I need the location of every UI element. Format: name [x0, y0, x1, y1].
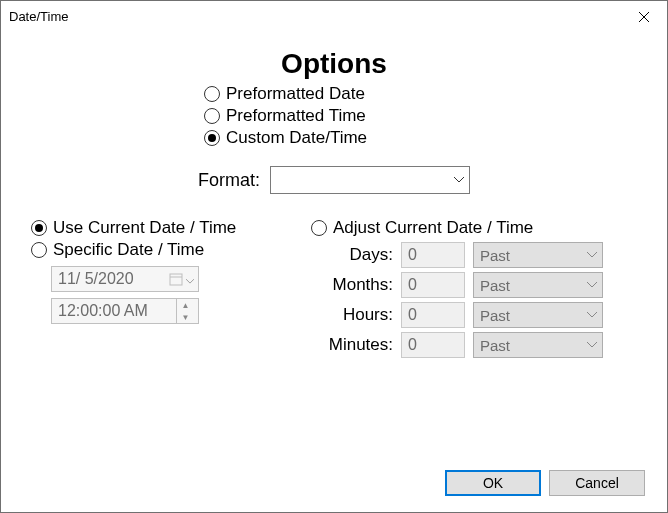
row-days: Days: 0 Past — [311, 242, 637, 268]
radio-label: Use Current Date / Time — [53, 218, 236, 238]
combo-value: Past — [474, 307, 582, 324]
minutes-input: 0 — [401, 332, 465, 358]
mode-radio-group: Preformatted Date Preformatted Time Cust… — [204, 84, 464, 148]
format-combo[interactable] — [270, 166, 470, 194]
button-bar: OK Cancel — [445, 470, 645, 496]
row-hours: Hours: 0 Past — [311, 302, 637, 328]
time-picker-value: 12:00:00 AM — [58, 302, 176, 320]
row-months: Months: 0 Past — [311, 272, 637, 298]
months-value: 0 — [408, 276, 417, 294]
radio-label: Preformatted Date — [226, 84, 365, 104]
radio-icon — [204, 86, 220, 102]
date-picker[interactable]: 11/ 5/2020 — [51, 266, 199, 292]
months-label: Months: — [311, 275, 401, 295]
time-spinner[interactable]: ▲ ▼ — [176, 299, 194, 323]
window-title: Date/Time — [9, 9, 621, 24]
dialog-window: Date/Time Options Preformatted Date Pref… — [0, 0, 668, 513]
days-direction-combo: Past — [473, 242, 603, 268]
chevron-down-icon — [582, 282, 602, 288]
radio-preformatted-date[interactable]: Preformatted Date — [204, 84, 464, 104]
format-label: Format: — [198, 170, 260, 191]
radio-label: Custom Date/Time — [226, 128, 367, 148]
minutes-label: Minutes: — [311, 335, 401, 355]
radio-icon — [204, 108, 220, 124]
close-icon — [639, 12, 649, 22]
chevron-down-icon — [582, 312, 602, 318]
radio-adjust-current[interactable]: Adjust Current Date / Time — [311, 218, 637, 238]
radio-label: Adjust Current Date / Time — [333, 218, 533, 238]
chevron-up-icon: ▲ — [177, 299, 194, 311]
hours-direction-combo: Past — [473, 302, 603, 328]
column-left: Use Current Date / Time Specific Date / … — [31, 216, 291, 362]
ok-button[interactable]: OK — [445, 470, 541, 496]
days-value: 0 — [408, 246, 417, 264]
combo-value: Past — [474, 337, 582, 354]
radio-icon — [311, 220, 327, 236]
date-picker-value: 11/ 5/2020 — [58, 270, 166, 288]
radio-label: Specific Date / Time — [53, 240, 204, 260]
radio-icon — [31, 220, 47, 236]
minutes-value: 0 — [408, 336, 417, 354]
radio-custom-datetime[interactable]: Custom Date/Time — [204, 128, 464, 148]
columns: Use Current Date / Time Specific Date / … — [31, 216, 637, 362]
titlebar: Date/Time — [1, 1, 667, 32]
radio-icon — [204, 130, 220, 146]
options-heading: Options — [31, 48, 637, 80]
time-picker[interactable]: 12:00:00 AM ▲ ▼ — [51, 298, 199, 324]
cancel-button[interactable]: Cancel — [549, 470, 645, 496]
chevron-down-icon — [582, 342, 602, 348]
radio-use-current[interactable]: Use Current Date / Time — [31, 218, 291, 238]
chevron-down-icon — [582, 252, 602, 258]
chevron-down-icon — [449, 177, 469, 183]
row-minutes: Minutes: 0 Past — [311, 332, 637, 358]
months-direction-combo: Past — [473, 272, 603, 298]
days-input: 0 — [401, 242, 465, 268]
radio-icon — [31, 242, 47, 258]
months-input: 0 — [401, 272, 465, 298]
hours-label: Hours: — [311, 305, 401, 325]
hours-input: 0 — [401, 302, 465, 328]
radio-preformatted-time[interactable]: Preformatted Time — [204, 106, 464, 126]
hours-value: 0 — [408, 306, 417, 324]
radio-specific-datetime[interactable]: Specific Date / Time — [31, 240, 291, 260]
svg-rect-2 — [170, 274, 182, 285]
format-row: Format: — [31, 166, 637, 194]
chevron-down-icon: ▼ — [177, 311, 194, 323]
dialog-content: Options Preformatted Date Preformatted T… — [1, 32, 667, 372]
days-label: Days: — [311, 245, 401, 265]
close-button[interactable] — [621, 1, 667, 32]
chevron-down-icon — [186, 270, 194, 288]
combo-value: Past — [474, 277, 582, 294]
combo-value: Past — [474, 247, 582, 264]
minutes-direction-combo: Past — [473, 332, 603, 358]
calendar-icon — [166, 269, 186, 289]
column-right: Adjust Current Date / Time Days: 0 Past … — [311, 216, 637, 362]
radio-label: Preformatted Time — [226, 106, 366, 126]
